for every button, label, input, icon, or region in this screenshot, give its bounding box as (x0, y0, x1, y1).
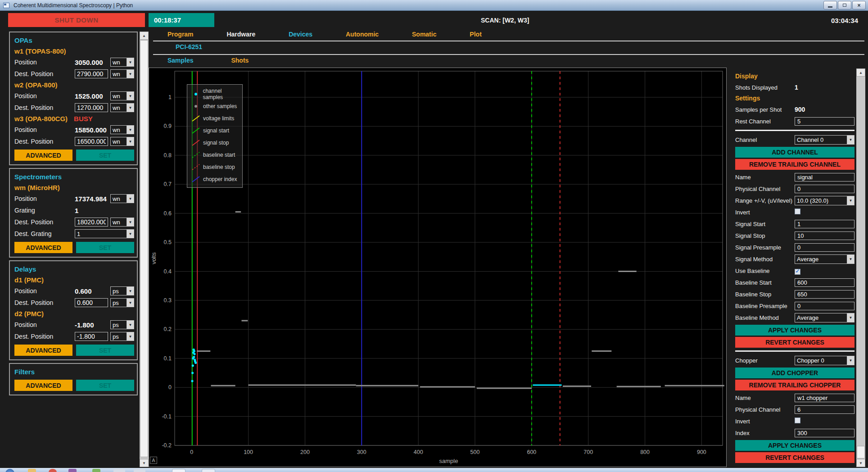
text-input[interactable] (795, 302, 854, 310)
spectrometers-set-button[interactable]: SET (76, 242, 134, 253)
main-tabs: Program Hardware Devices Autonomic Somat… (153, 31, 864, 40)
delays-panel: Delays d1 (PMC) Position 0.600 ps▼ Dest.… (9, 260, 138, 360)
tab-pci-6251[interactable]: PCI-6251 (176, 43, 202, 50)
tab-devices[interactable]: Devices (289, 31, 312, 38)
tab-autonomic[interactable]: Autonomic (346, 31, 379, 38)
wm-dest-grating-select[interactable]: 1▼ (75, 229, 134, 238)
scroll-down-icon[interactable]: ▼ (856, 459, 865, 467)
svg-text:-0.1: -0.1 (162, 413, 172, 420)
taskbar-icon (113, 469, 125, 472)
rest-channel-input[interactable] (795, 117, 854, 126)
sidebar-scroll-thumb[interactable] (140, 40, 148, 457)
sidebar-scrollbar[interactable]: ▲ ▼ (140, 32, 149, 467)
dropdown-select[interactable]: Average▼ (795, 254, 854, 264)
d1-dest-input[interactable] (75, 298, 108, 307)
settings-scrollbar[interactable]: ▲ ▼ (856, 68, 865, 467)
text-input[interactable] (795, 185, 854, 193)
chopper-revert-button[interactable]: REVERT CHANGES (735, 452, 854, 463)
checkbox[interactable] (795, 209, 800, 214)
tab-samples[interactable]: Samples (167, 57, 194, 64)
d2-position-unit-select[interactable]: ps▼ (110, 320, 134, 329)
text-input[interactable] (795, 173, 854, 182)
filters-advanced-button[interactable]: ADVANCED (14, 380, 72, 391)
name-row: Name (729, 171, 854, 183)
tab-plot[interactable]: Plot (470, 31, 481, 38)
remove-trailing-chopper-button[interactable]: REMOVE TRAILING CHOPPER (735, 380, 854, 390)
filters-panel: Filters ADVANCED SET (9, 363, 138, 395)
physical-channel-row: Physical Channel (729, 404, 854, 415)
baseline-presample-row: Baseline Presample (729, 300, 854, 312)
wm-position-unit-select[interactable]: wn▼ (110, 194, 134, 203)
add-channel-button[interactable]: ADD CHANNEL (735, 147, 854, 158)
w1-position-unit-select[interactable]: wn▼ (110, 58, 134, 67)
d1-dest-unit-select[interactable]: ps▼ (110, 298, 134, 307)
wm-dest-unit-select[interactable]: wn▼ (110, 218, 134, 227)
w1-header: w1 (TOPAS-800) (14, 46, 134, 56)
minimize-button[interactable] (823, 1, 837, 9)
restore-button[interactable] (838, 1, 851, 9)
checkbox[interactable] (795, 269, 800, 275)
tab-underline (153, 41, 864, 41)
remove-trailing-channel-button[interactable]: REMOVE TRAILING CHANNEL (735, 159, 854, 170)
text-input[interactable] (795, 220, 854, 228)
w1-dest-unit-select[interactable]: wn▼ (110, 69, 134, 78)
text-input[interactable] (795, 394, 854, 402)
wm-dest-position-row: Dest. Position wn▼ (14, 216, 134, 228)
w3-position-unit-select[interactable]: wn▼ (110, 125, 134, 134)
settings-scroll-thumb[interactable] (857, 446, 865, 458)
chevron-down-icon: ▼ (127, 70, 134, 78)
text-input[interactable] (795, 278, 854, 287)
text-input[interactable] (795, 243, 854, 252)
text-input[interactable] (795, 405, 854, 414)
shutdown-button[interactable]: SHUT DOWN (8, 13, 145, 27)
scroll-down-icon[interactable]: ▼ (140, 459, 149, 467)
display-header: Display (729, 71, 854, 82)
w2-dest-input[interactable] (75, 103, 108, 112)
tab-hardware[interactable]: Hardware (226, 31, 255, 38)
auto-range-button[interactable]: A (150, 457, 157, 464)
spectrometers-advanced-button[interactable]: ADVANCED (14, 242, 72, 253)
dropdown-select[interactable]: 10.0 (320.0)▼ (795, 196, 854, 205)
delays-set-button[interactable]: SET (76, 345, 134, 356)
taskbar[interactable] (0, 468, 868, 472)
delays-advanced-button[interactable]: ADVANCED (14, 345, 72, 356)
hardware-sidebar: OPAs w1 (TOPAS-800) Position 3050.000 wn… (6, 30, 140, 467)
tab-program[interactable]: Program (167, 31, 194, 38)
w2-dest-unit-select[interactable]: wn▼ (110, 103, 134, 112)
daq-settings-panel: Display Shots Displayed 1 Settings Sampl… (729, 68, 854, 467)
channel-apply-button[interactable]: APPLY CHANGES (735, 325, 854, 336)
svg-text:0.3: 0.3 (164, 297, 172, 304)
tab-shots[interactable]: Shots (231, 57, 249, 64)
close-button[interactable]: × (852, 1, 866, 9)
chopper-select[interactable]: Chopper 0▼ (795, 356, 854, 365)
tab-somatic[interactable]: Somatic (412, 31, 436, 38)
channel-revert-button[interactable]: REVERT CHANGES (735, 337, 854, 348)
oscilloscope-plot[interactable]: 0100200300400500600700800900-0.2-0.100.1… (149, 68, 727, 467)
svg-text:400: 400 (414, 449, 423, 455)
dropdown-select[interactable]: Average▼ (795, 313, 854, 322)
d1-position-unit-select[interactable]: ps▼ (110, 286, 134, 295)
chopper-apply-button[interactable]: APPLY CHANGES (735, 440, 854, 451)
d2-dest-input[interactable] (75, 332, 108, 341)
w1-dest-input[interactable] (75, 69, 108, 78)
chevron-down-icon: ▼ (127, 287, 134, 295)
checkbox[interactable] (795, 418, 800, 423)
wm-dest-position-input[interactable] (75, 218, 108, 227)
scroll-up-icon[interactable]: ▲ (140, 32, 149, 40)
baseline-method-row: Baseline MethodAverage▼ (729, 312, 854, 323)
text-input[interactable] (795, 429, 854, 437)
d2-dest-unit-select[interactable]: ps▼ (110, 332, 134, 341)
chevron-down-icon: ▼ (127, 230, 134, 238)
legend-marker-icon (191, 163, 200, 171)
w2-position-unit-select[interactable]: wn▼ (110, 91, 134, 100)
channel-select[interactable]: Channel 0▼ (795, 135, 854, 145)
w3-dest-unit-select[interactable]: wn▼ (110, 137, 134, 146)
filters-set-button[interactable]: SET (76, 380, 134, 391)
opas-advanced-button[interactable]: ADVANCED (14, 150, 72, 161)
text-input[interactable] (795, 290, 854, 299)
opas-set-button[interactable]: SET (76, 150, 134, 161)
w3-dest-input[interactable] (75, 137, 108, 146)
text-input[interactable] (795, 231, 854, 240)
scroll-up-icon[interactable]: ▲ (856, 68, 865, 77)
add-chopper-button[interactable]: ADD CHOPPER (735, 368, 854, 378)
